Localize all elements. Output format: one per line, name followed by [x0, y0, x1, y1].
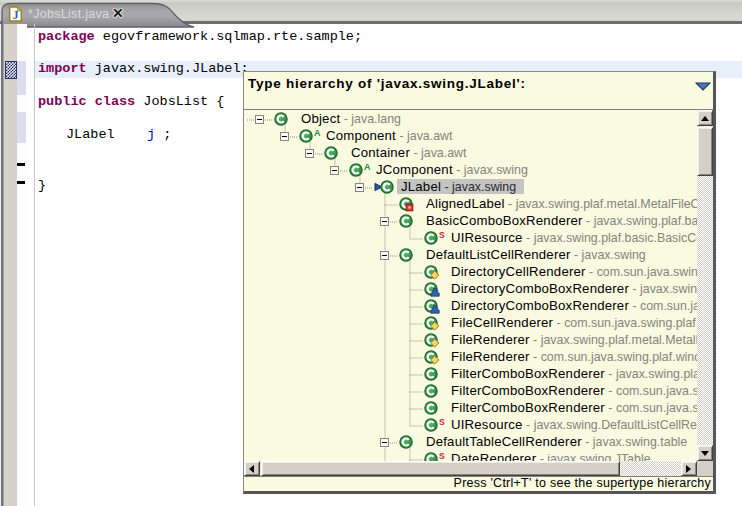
svg-text:A: A	[314, 128, 321, 138]
svg-text:J: J	[13, 9, 19, 21]
svg-text:S: S	[439, 417, 445, 427]
svg-text:A: A	[364, 162, 371, 172]
svg-text:S: S	[439, 230, 445, 240]
svg-text:S: S	[439, 451, 445, 461]
